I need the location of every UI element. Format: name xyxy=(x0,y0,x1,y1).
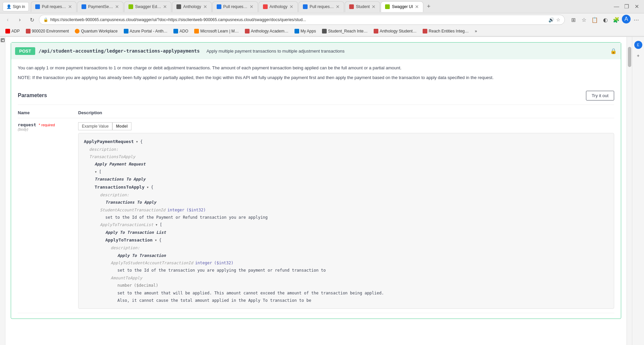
tab-2[interactable]: Pull reques… ✕ xyxy=(31,1,76,12)
model-apply-payment-label: Apply Payment Request xyxy=(95,161,146,167)
collections-button[interactable]: 📋 xyxy=(590,15,600,25)
tab-close-8[interactable]: ✕ xyxy=(336,4,340,9)
tab-close-6[interactable]: ✕ xyxy=(250,4,254,9)
bookmark-anthology-student[interactable]: Anthology Student… xyxy=(371,28,419,34)
signin-label: Sign in xyxy=(13,4,25,9)
bookmark-favicon-anthology-student xyxy=(374,29,378,33)
maximize-button[interactable]: ❐ xyxy=(622,2,631,11)
reload-button[interactable]: ↻ xyxy=(27,15,37,25)
plus-icon[interactable]: + xyxy=(637,53,639,58)
params-section: Parameters Try it out Name Description r… xyxy=(11,87,621,319)
profile-button[interactable]: A xyxy=(622,15,631,23)
bookmark-label-myapps: My Apps xyxy=(301,29,316,33)
tab-3[interactable]: PaymentSe… ✕ xyxy=(77,1,123,12)
browser-wallet-button[interactable]: ◐ xyxy=(600,15,610,25)
bookmark-label-student-reach: Student_Reach Inte… xyxy=(328,29,368,33)
model-apply-list-chevron[interactable]: ▾ xyxy=(155,221,158,228)
new-tab-button[interactable]: + xyxy=(424,2,433,11)
bookmark-label-quantum: Quantum Workplace xyxy=(81,29,117,33)
bookmark-favicon-reach-entities xyxy=(423,29,427,33)
bookmark-reach-entities[interactable]: Reach Entities Integ… xyxy=(420,28,471,34)
bookmark-900020[interactable]: 900020 Environment xyxy=(23,28,72,34)
model-apply-trans-name: ApplyToTransaction xyxy=(105,236,153,244)
tab-6[interactable]: Pull reques… ✕ xyxy=(212,1,258,12)
tab-close-3[interactable]: ✕ xyxy=(115,4,119,9)
model-inner-name: TransactionsToApply xyxy=(95,184,145,191)
model-apply-trans-chevron[interactable]: ▾ xyxy=(155,237,157,244)
read-aloud-icon[interactable]: 🔊 xyxy=(548,17,554,22)
more-bookmarks-button[interactable]: » xyxy=(472,28,480,34)
tab-7[interactable]: Anthology ✕ xyxy=(259,1,298,12)
model-trans-bracket-row: ▾ [ xyxy=(84,168,608,175)
address-bar[interactable]: 🔒 https://sisclientweb-900065.campusnexu… xyxy=(39,15,565,25)
forward-button[interactable]: › xyxy=(15,15,25,25)
model-student-desc-row: set to the Id of the Payment or Refund t… xyxy=(84,214,608,221)
parameters-title: Parameters xyxy=(18,92,47,98)
model-apply-trans-row: ApplyToTransaction ▾ { xyxy=(84,236,608,244)
model-apply-trans-brace: { xyxy=(159,237,161,244)
edge-sidebar-icon[interactable]: E xyxy=(634,41,642,49)
back-button[interactable]: ‹ xyxy=(3,15,13,25)
endpoint-header[interactable]: POST /api/student-accounting/ledger-tran… xyxy=(11,43,621,59)
model-root-row: ApplyPaymentRequest ▾ { xyxy=(84,138,608,145)
tab-close-10[interactable]: ✕ xyxy=(415,4,419,9)
model-apply-list-key: ApplyToTransactionList xyxy=(100,221,153,228)
try-it-button[interactable]: Try it out xyxy=(586,91,614,100)
bookmark-label-anthology-acad: Anthology Academ… xyxy=(251,29,288,33)
model-transactions-key: TransactionsToApply xyxy=(89,153,135,160)
tab-4[interactable]: Swagger Ed… ✕ xyxy=(124,1,171,12)
favorites-button[interactable]: ☆ xyxy=(579,15,589,25)
tab-title-10: Swagger UI xyxy=(392,4,413,9)
example-value-tab[interactable]: Example Value xyxy=(78,122,112,130)
bookmark-student-reach[interactable]: Student_Reach Inte… xyxy=(319,28,370,34)
bookmark-adp[interactable]: ADP xyxy=(3,28,22,34)
tab-close-4[interactable]: ✕ xyxy=(163,4,167,9)
param-location: (body) xyxy=(18,127,78,131)
tab-5[interactable]: Anthology ✕ xyxy=(172,1,211,12)
tab-9[interactable]: Student ✕ xyxy=(345,1,380,12)
bookmark-quantum[interactable]: Quantum Workplace xyxy=(72,28,120,34)
bookmark-favicon-mslearn xyxy=(194,29,199,33)
tab-favicon-3 xyxy=(82,4,86,9)
model-root-name: ApplyPaymentRequest xyxy=(84,138,134,145)
model-trans-desc-bold: Transactions To Apply xyxy=(84,176,608,183)
split-view-button[interactable]: ⊞ xyxy=(568,15,578,25)
bookmark-myapps[interactable]: My Apps xyxy=(292,28,319,34)
browser-body: ◀ POST /api/student-accounting/ledger-tr… xyxy=(0,37,644,345)
col-desc-header: Description xyxy=(78,110,614,115)
bookmark-mslearn[interactable]: Microsoft Learn | M… xyxy=(192,28,241,34)
scrollbar-thumb[interactable] xyxy=(628,47,631,67)
model-root-chevron[interactable]: ▾ xyxy=(136,138,138,145)
bookmark-azure[interactable]: Azure Portal - Anth… xyxy=(121,28,170,34)
tab-close-7[interactable]: ✕ xyxy=(289,4,293,9)
bookmark-label-ado: ADO xyxy=(179,29,188,33)
star-icon[interactable]: ☆ xyxy=(556,17,560,22)
model-trans-chevron[interactable]: ▾ xyxy=(95,168,97,175)
bookmark-favicon-anthology-acad xyxy=(245,29,250,33)
signin-tab[interactable]: 👤 Sign in xyxy=(3,2,29,11)
model-tab[interactable]: Model xyxy=(112,122,131,130)
bookmark-anthology-acad[interactable]: Anthology Academ… xyxy=(242,28,291,34)
extensions-button[interactable]: 🧩 xyxy=(611,15,621,25)
right-scrollbar[interactable] xyxy=(627,37,632,345)
close-button[interactable]: ✕ xyxy=(632,2,641,11)
model-inner-chevron[interactable]: ▾ xyxy=(147,184,149,191)
more-button[interactable]: ⋯ xyxy=(631,15,641,25)
sidebar-icon-1[interactable]: ◀ xyxy=(1,38,5,42)
model-apply-trans-desc-key-row: description: xyxy=(84,245,608,251)
tab-close-9[interactable]: ✕ xyxy=(372,4,376,9)
tab-10[interactable]: Swagger UI ✕ xyxy=(381,1,423,12)
description-line2: NOTE: If the transaction you are applyin… xyxy=(18,74,614,81)
model-apply-student-desc: set to the Id of the transaction you are… xyxy=(117,267,326,274)
tab-title-2: Pull reques… xyxy=(42,4,66,9)
minimize-button[interactable]: — xyxy=(612,2,621,11)
tab-close-5[interactable]: ✕ xyxy=(203,4,207,9)
tab-close-2[interactable]: ✕ xyxy=(68,4,72,9)
param-name-container: request * required xyxy=(18,122,78,127)
tab-8[interactable]: Pull reques… ✕ xyxy=(299,1,344,12)
model-amount-type-row: number ($decimal) xyxy=(84,282,608,289)
model-desc-key: description: xyxy=(89,146,118,153)
bookmark-ado[interactable]: ADO xyxy=(171,28,191,34)
params-table-header: Name Description xyxy=(18,108,614,118)
lock-secure-icon: 🔒 xyxy=(43,17,48,22)
